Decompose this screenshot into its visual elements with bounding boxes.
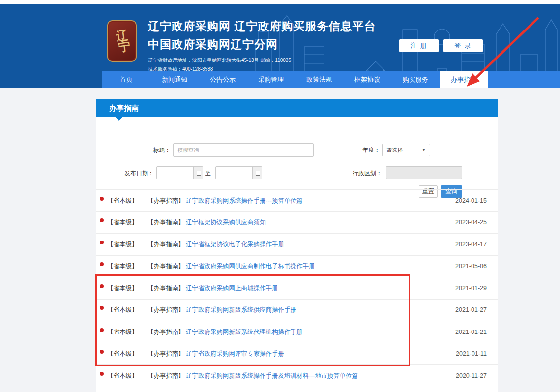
title-search-input[interactable]	[173, 143, 314, 157]
row-category: 【办事指南】	[147, 284, 184, 292]
list-item: 【省本级】 【办事指南】 辽宁政府采购网系统操作手册---预算单位篇 2024-…	[96, 190, 498, 212]
nav-item-2[interactable]: 公告公示	[199, 71, 247, 88]
date-to-field	[215, 166, 262, 179]
search-form: 标题： 年度： 请选择 ▼ 发布日期： 至 行政区划： 重置 查询	[96, 117, 498, 189]
row-date: 2023-04-25	[455, 219, 487, 226]
bullet-dot-icon	[100, 328, 104, 332]
row-level: 【省本级】	[107, 240, 138, 248]
calendar-icon[interactable]	[252, 167, 262, 179]
site-logo: 辽宁	[107, 20, 137, 62]
year-label: 年度：	[342, 146, 380, 154]
panel-title: 办事指南	[96, 99, 498, 117]
row-title-link[interactable]: 辽宁框架协议采购供应商须知	[186, 218, 266, 227]
row-title-link[interactable]: 辽宁政府采购网新版系统供应商操作手册	[186, 306, 296, 314]
bullet-dot-icon	[100, 262, 104, 266]
content-panel: 办事指南 标题： 年度： 请选择 ▼ 发布日期： 至 行政区划： 重置 查询	[96, 99, 498, 392]
row-level: 【省本级】	[107, 350, 138, 358]
date-to-input[interactable]	[216, 167, 252, 179]
list-item: 【省本级】 【办事指南】 辽宁省政府采购网评审专家操作手册 2021-01-11	[96, 343, 498, 365]
row-title-link[interactable]: 辽宁政府采购网新版系统操作手册及培训材料---地市预算单位篇	[186, 371, 358, 380]
year-select[interactable]: 请选择 ▼	[382, 144, 430, 156]
register-button[interactable]: 注 册	[399, 39, 439, 52]
bullet-dot-icon	[100, 197, 104, 201]
row-title-link[interactable]: 辽宁省政府采购网上商城操作手册	[186, 284, 278, 292]
row-date: 2021-01-11	[456, 350, 487, 357]
row-category: 【办事指南】	[147, 262, 184, 271]
row-level: 【省本级】	[107, 262, 138, 271]
row-level: 【省本级】	[107, 371, 138, 380]
year-select-value: 请选择	[386, 147, 403, 153]
row-category: 【办事指南】	[147, 371, 184, 380]
row-date: 2023-04-17	[455, 241, 487, 248]
list-item: 【省本级】 【办事指南】 辽宁省政府采购网供应商制作电子标书操作手册 2021-…	[96, 256, 498, 278]
bullet-dot-icon	[100, 218, 104, 222]
row-level: 【省本级】	[107, 306, 138, 314]
title-label: 标题：	[123, 146, 171, 154]
main-nav: 首页新闻通知公告公示采购管理政策法规框架协议购买服务办事指南	[102, 71, 560, 88]
date-from-input[interactable]	[157, 167, 193, 179]
list-item: 【省本级】 【办事指南】 辽宁政府采购网新版系统供应商操作手册 2021-01-…	[96, 300, 498, 322]
row-date: 2021-01-29	[455, 285, 487, 292]
publish-date-label: 发布日期：	[110, 169, 154, 178]
row-date: 2021-05-06	[455, 263, 487, 270]
list-item: 【省本级】 【办事指南】 辽宁省框架协议电子化采购操作手册 2023-04-17	[96, 234, 498, 256]
row-date: 2024-01-15	[455, 197, 487, 204]
row-category: 【办事指南】	[147, 306, 184, 314]
nav-item-3[interactable]: 采购管理	[247, 71, 295, 88]
site-brand: 辽宁政府采购网 辽宁政府购买服务信息平台 中国政府采购网辽宁分网 辽宁省财政厅地…	[148, 19, 376, 73]
bullet-dot-icon	[100, 284, 104, 288]
row-title-link[interactable]: 辽宁政府采购网新版系统代理机构操作手册	[186, 328, 303, 336]
region-input-disabled	[386, 166, 462, 179]
list-item: 【省本级】 【办事指南】 辽宁政府采购网新版系统操作手册及培训材料---地市预算…	[96, 365, 498, 387]
calendar-icon[interactable]	[193, 167, 203, 179]
site-title-line1: 辽宁政府采购网 辽宁政府购买服务信息平台	[148, 19, 376, 34]
row-category: 【办事指南】	[147, 350, 184, 358]
bullet-dot-icon	[100, 306, 104, 310]
row-category: 【办事指南】	[147, 196, 184, 205]
region-label: 行政区划：	[338, 169, 382, 178]
row-date: 2020-11-27	[456, 372, 487, 379]
list-item: 【省本级】 【办事指南】 辽宁省政府采购网上商城操作手册 2021-01-29	[96, 277, 498, 300]
guide-list: 【省本级】 【办事指南】 辽宁政府采购网系统操作手册---预算单位篇 2024-…	[96, 189, 498, 387]
row-category: 【办事指南】	[147, 218, 184, 227]
bullet-dot-icon	[100, 241, 104, 244]
login-button[interactable]: 登 录	[443, 39, 483, 52]
row-title-link[interactable]: 辽宁省框架协议电子化采购操作手册	[186, 240, 284, 248]
page-root: 辽宁 辽宁政府采购网 辽宁政府购买服务信息平台 中国政府采购网辽宁分网 辽宁省财…	[0, 0, 560, 392]
row-category: 【办事指南】	[147, 240, 184, 248]
nav-item-0[interactable]: 首页	[102, 71, 150, 88]
row-category: 【办事指南】	[147, 328, 184, 336]
nav-item-5[interactable]: 框架协议	[343, 71, 391, 88]
nav-item-6[interactable]: 购买服务	[391, 71, 440, 88]
list-item: 【省本级】 【办事指南】 辽宁框架协议采购供应商须知 2023-04-25	[96, 212, 498, 234]
bullet-dot-icon	[100, 372, 104, 376]
row-title-link[interactable]: 辽宁省政府采购网供应商制作电子标书操作手册	[186, 262, 315, 271]
nav-item-4[interactable]: 政策法规	[295, 71, 343, 88]
site-title-line2: 中国政府采购网辽宁分网	[148, 37, 376, 52]
date-from-field	[156, 166, 203, 179]
to-label: 至	[205, 169, 211, 178]
bullet-dot-icon	[100, 350, 104, 354]
site-address: 辽宁省财政厅地址：沈阳市皇姑区北陵大街45-13号 邮编：110035	[148, 57, 376, 64]
row-title-link[interactable]: 辽宁省政府采购网评审专家操作手册	[186, 350, 284, 358]
row-title-link[interactable]: 辽宁政府采购网系统操作手册---预算单位篇	[186, 196, 303, 205]
row-date: 2021-01-21	[455, 329, 487, 335]
row-level: 【省本级】	[107, 284, 138, 292]
chevron-down-icon: ▼	[422, 144, 426, 156]
nav-item-1[interactable]: 新闻通知	[150, 71, 199, 88]
list-item: 【省本级】 【办事指南】 辽宁政府采购网新版系统代理机构操作手册 2021-01…	[96, 321, 498, 343]
row-level: 【省本级】	[107, 196, 138, 205]
row-date: 2021-01-27	[455, 306, 487, 313]
row-level: 【省本级】	[107, 218, 138, 227]
row-level: 【省本级】	[107, 328, 138, 336]
